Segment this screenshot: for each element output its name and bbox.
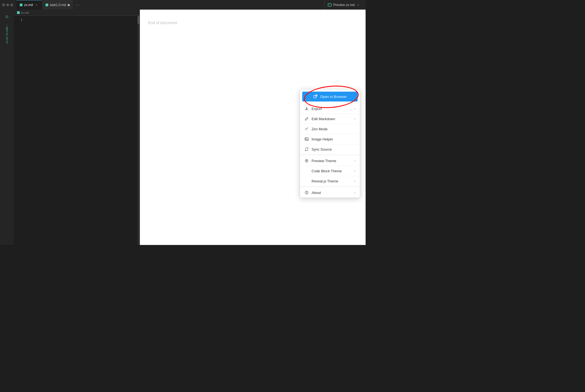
editor-content[interactable] xyxy=(25,16,140,245)
titlebar: zx.md × task1.0.md ··· Preview zx.md × xyxy=(0,0,366,10)
editor-scrollbar[interactable] xyxy=(137,16,140,245)
tab-zx-md[interactable]: zx.md × xyxy=(16,0,42,10)
reveal-js-chevron: › xyxy=(354,179,355,183)
zen-mode-menu-item[interactable]: Zen Mode xyxy=(300,124,360,134)
tab-label-task: task1.0.md xyxy=(50,3,66,7)
open-in-browser-button[interactable]: Open in Browser xyxy=(302,92,358,101)
svg-point-6 xyxy=(306,160,307,161)
export-menu-item[interactable]: Export › xyxy=(300,104,360,114)
external-link-icon xyxy=(313,94,318,99)
reveal-js-label: Reveal.js Theme xyxy=(312,179,338,183)
about-icon xyxy=(304,190,309,195)
line-number-1: 1 xyxy=(14,18,22,22)
svg-point-1 xyxy=(329,4,329,5)
preview-tab-icon xyxy=(328,3,332,7)
tabs-left: zx.md × task1.0.md ··· xyxy=(16,0,324,10)
preview-tab[interactable]: Preview zx.md × xyxy=(324,0,363,10)
sidebar-filename-text: zx.md xyxy=(5,37,8,44)
edit-markdown-menu-item[interactable]: Edit Markdown › xyxy=(300,114,360,124)
tab-icon-task xyxy=(46,4,48,6)
preview-theme-icon xyxy=(304,159,309,163)
main-content: ⬡ (1).code-... zx.md zx.md 1 En xyxy=(0,10,366,245)
sync-source-menu-item[interactable]: Sync Source xyxy=(300,144,360,154)
scrollbar-thumb xyxy=(138,16,139,24)
titlebar-dots xyxy=(2,4,13,6)
editor-area: zx.md 1 xyxy=(14,10,140,245)
sidebar-label-text: (1).code-... xyxy=(5,24,8,36)
context-menu: Open in Browser Export › xyxy=(300,89,360,198)
dot-2 xyxy=(6,4,9,6)
separator-2 xyxy=(300,187,360,187)
preview-theme-label: Preview Theme xyxy=(312,159,336,163)
image-helper-label: Image Helper xyxy=(312,137,333,141)
svg-rect-2 xyxy=(314,95,316,98)
editor-body: 1 xyxy=(14,16,140,245)
tab-label-zx: zx.md xyxy=(24,3,33,7)
dot-3 xyxy=(10,4,13,6)
end-of-document-text: End of document xyxy=(148,21,357,25)
about-chevron: › xyxy=(354,191,355,194)
sidebar-file-icon: ⬡ xyxy=(5,15,8,19)
edit-icon xyxy=(304,117,309,121)
sidebar: ⬡ (1).code-... zx.md xyxy=(0,10,14,245)
svg-point-8 xyxy=(306,192,307,192)
preview-tab-label: Preview zx.md xyxy=(333,3,355,7)
open-in-browser-label: Open in Browser xyxy=(320,95,347,99)
tab-close-zx[interactable]: × xyxy=(35,3,38,7)
sidebar-file-label: (1).code-... xyxy=(5,24,8,36)
export-icon xyxy=(304,106,309,111)
reveal-js-icon xyxy=(304,179,309,183)
image-helper-menu-item[interactable]: Image Helper xyxy=(300,134,360,144)
sync-source-label: Sync Source xyxy=(312,147,332,151)
code-block-theme-label: Code Block Theme xyxy=(312,169,342,173)
breadcrumb-icon xyxy=(17,11,20,14)
sync-source-icon xyxy=(304,147,309,151)
code-block-theme-icon xyxy=(304,169,309,173)
breadcrumb-text: zx.md xyxy=(21,11,29,14)
edit-markdown-chevron: › xyxy=(354,117,355,121)
svg-rect-0 xyxy=(328,4,331,6)
preview-body: End of document Open in Browser xyxy=(140,10,366,245)
zen-mode-icon xyxy=(304,127,309,131)
export-chevron: › xyxy=(354,107,355,111)
code-block-theme-chevron: › xyxy=(354,169,355,173)
about-menu-item[interactable]: About › xyxy=(300,188,360,198)
export-label: Export xyxy=(312,107,322,111)
preview-area: End of document Open in Browser xyxy=(140,10,366,245)
image-helper-icon xyxy=(304,137,309,141)
tab-task[interactable]: task1.0.md xyxy=(42,0,73,10)
tabs-more-button[interactable]: ··· xyxy=(74,1,81,9)
tab-unsaved-dot xyxy=(68,4,70,6)
tab-icon-zx xyxy=(20,4,22,6)
preview-theme-chevron: › xyxy=(354,159,355,163)
separator-1 xyxy=(300,155,360,155)
code-block-theme-menu-item[interactable]: Code Block Theme › xyxy=(300,166,360,176)
preview-tab-close[interactable]: × xyxy=(356,3,360,7)
zen-mode-label: Zen Mode xyxy=(312,127,328,131)
reveal-js-theme-menu-item[interactable]: Reveal.js Theme › xyxy=(300,176,360,186)
line-numbers: 1 xyxy=(14,16,25,245)
sidebar-file-name: zx.md xyxy=(5,37,8,44)
about-label: About xyxy=(312,191,321,195)
editor-breadcrumb: zx.md xyxy=(14,10,140,16)
dot-1 xyxy=(2,4,5,6)
edit-markdown-label: Edit Markdown xyxy=(312,117,335,121)
sidebar-item-file[interactable]: ⬡ xyxy=(2,12,12,22)
preview-theme-menu-item[interactable]: Preview Theme › xyxy=(300,156,360,166)
